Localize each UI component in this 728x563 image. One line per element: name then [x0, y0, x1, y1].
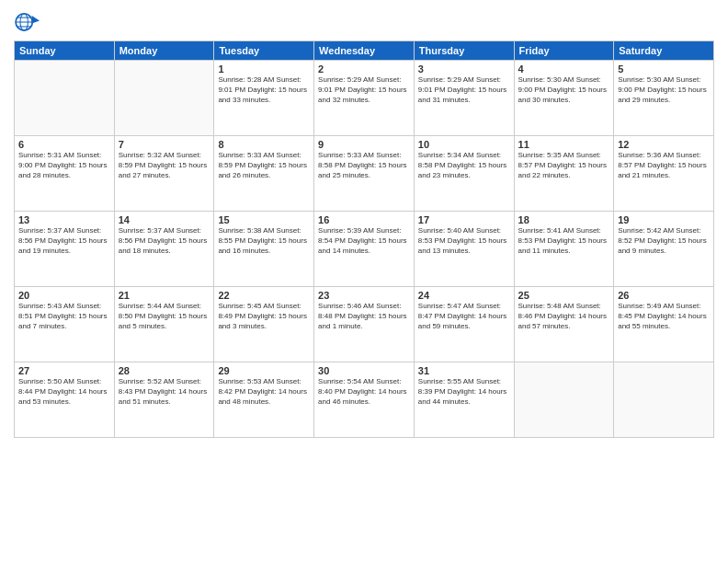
- calendar-week-5: 27Sunrise: 5:50 AM Sunset: 8:44 PM Dayli…: [15, 362, 714, 438]
- day-header-wednesday: Wednesday: [314, 41, 415, 61]
- day-header-saturday: Saturday: [614, 41, 714, 61]
- calendar-cell: 17Sunrise: 5:40 AM Sunset: 8:53 PM Dayli…: [414, 212, 514, 287]
- cell-info: Sunrise: 5:34 AM Sunset: 8:58 PM Dayligh…: [418, 151, 510, 180]
- calendar-cell: 14Sunrise: 5:37 AM Sunset: 8:56 PM Dayli…: [114, 212, 214, 287]
- day-header-sunday: Sunday: [15, 41, 115, 61]
- calendar-cell: [114, 61, 214, 136]
- cell-info: Sunrise: 5:38 AM Sunset: 8:55 PM Dayligh…: [218, 226, 310, 256]
- cell-info: Sunrise: 5:54 AM Sunset: 8:40 PM Dayligh…: [318, 377, 410, 407]
- day-number: 17: [418, 214, 510, 225]
- calendar-cell: [514, 362, 614, 438]
- cell-info: Sunrise: 5:32 AM Sunset: 8:59 PM Dayligh…: [119, 151, 210, 180]
- cell-info: Sunrise: 5:47 AM Sunset: 8:47 PM Dayligh…: [418, 302, 510, 331]
- cell-info: Sunrise: 5:30 AM Sunset: 9:00 PM Dayligh…: [618, 75, 710, 105]
- day-number: 22: [218, 290, 310, 301]
- day-number: 7: [119, 139, 210, 150]
- cell-info: Sunrise: 5:49 AM Sunset: 8:45 PM Dayligh…: [618, 302, 710, 331]
- calendar-cell: 18Sunrise: 5:41 AM Sunset: 8:53 PM Dayli…: [514, 212, 614, 287]
- calendar-cell: 23Sunrise: 5:46 AM Sunset: 8:48 PM Dayli…: [314, 287, 415, 362]
- day-number: 14: [119, 214, 210, 225]
- cell-info: Sunrise: 5:53 AM Sunset: 8:42 PM Dayligh…: [218, 377, 310, 407]
- day-number: 13: [18, 214, 110, 225]
- day-header-monday: Monday: [114, 41, 214, 61]
- cell-info: Sunrise: 5:29 AM Sunset: 9:01 PM Dayligh…: [418, 75, 510, 105]
- cell-info: Sunrise: 5:50 AM Sunset: 8:44 PM Dayligh…: [18, 377, 110, 407]
- calendar-cell: 2Sunrise: 5:29 AM Sunset: 9:01 PM Daylig…: [314, 61, 415, 136]
- day-number: 2: [318, 63, 410, 75]
- calendar-week-2: 6Sunrise: 5:31 AM Sunset: 9:00 PM Daylig…: [15, 136, 714, 212]
- day-number: 5: [618, 63, 710, 75]
- day-header-tuesday: Tuesday: [214, 41, 314, 61]
- cell-info: Sunrise: 5:33 AM Sunset: 8:58 PM Dayligh…: [318, 151, 410, 180]
- calendar-header-row: SundayMondayTuesdayWednesdayThursdayFrid…: [15, 41, 714, 61]
- calendar-table: SundayMondayTuesdayWednesdayThursdayFrid…: [14, 40, 714, 438]
- day-number: 6: [18, 139, 110, 150]
- calendar-cell: 7Sunrise: 5:32 AM Sunset: 8:59 PM Daylig…: [114, 136, 214, 212]
- calendar-cell: 13Sunrise: 5:37 AM Sunset: 8:56 PM Dayli…: [15, 212, 115, 287]
- calendar-cell: 22Sunrise: 5:45 AM Sunset: 8:49 PM Dayli…: [214, 287, 314, 362]
- calendar-cell: 24Sunrise: 5:47 AM Sunset: 8:47 PM Dayli…: [414, 287, 514, 362]
- page: SundayMondayTuesdayWednesdayThursdayFrid…: [0, 0, 728, 563]
- cell-info: Sunrise: 5:37 AM Sunset: 8:56 PM Dayligh…: [18, 226, 110, 256]
- cell-info: Sunrise: 5:40 AM Sunset: 8:53 PM Dayligh…: [418, 226, 510, 256]
- logo: [14, 9, 41, 35]
- day-number: 8: [218, 139, 310, 150]
- day-number: 11: [518, 139, 610, 150]
- day-number: 20: [18, 290, 110, 301]
- calendar-cell: 15Sunrise: 5:38 AM Sunset: 8:55 PM Dayli…: [214, 212, 314, 287]
- day-number: 24: [418, 290, 510, 301]
- calendar-cell: 26Sunrise: 5:49 AM Sunset: 8:45 PM Dayli…: [614, 287, 714, 362]
- header: [14, 9, 714, 35]
- calendar-week-1: 1Sunrise: 5:28 AM Sunset: 9:01 PM Daylig…: [15, 61, 714, 136]
- calendar-cell: 30Sunrise: 5:54 AM Sunset: 8:40 PM Dayli…: [314, 362, 415, 438]
- calendar-cell: [614, 362, 714, 438]
- day-number: 1: [218, 63, 310, 75]
- cell-info: Sunrise: 5:36 AM Sunset: 8:57 PM Dayligh…: [618, 151, 710, 180]
- calendar-cell: 9Sunrise: 5:33 AM Sunset: 8:58 PM Daylig…: [314, 136, 415, 212]
- day-number: 9: [318, 139, 410, 150]
- calendar-cell: 19Sunrise: 5:42 AM Sunset: 8:52 PM Dayli…: [614, 212, 714, 287]
- day-number: 25: [518, 290, 610, 301]
- calendar-cell: 8Sunrise: 5:33 AM Sunset: 8:59 PM Daylig…: [214, 136, 314, 212]
- calendar-cell: 21Sunrise: 5:44 AM Sunset: 8:50 PM Dayli…: [114, 287, 214, 362]
- cell-info: Sunrise: 5:39 AM Sunset: 8:54 PM Dayligh…: [318, 226, 410, 256]
- day-header-thursday: Thursday: [414, 41, 514, 61]
- cell-info: Sunrise: 5:45 AM Sunset: 8:49 PM Dayligh…: [218, 302, 310, 331]
- cell-info: Sunrise: 5:31 AM Sunset: 9:00 PM Dayligh…: [18, 151, 110, 180]
- calendar-cell: 10Sunrise: 5:34 AM Sunset: 8:58 PM Dayli…: [414, 136, 514, 212]
- cell-info: Sunrise: 5:44 AM Sunset: 8:50 PM Dayligh…: [119, 302, 210, 331]
- cell-info: Sunrise: 5:33 AM Sunset: 8:59 PM Dayligh…: [218, 151, 310, 180]
- calendar-cell: 16Sunrise: 5:39 AM Sunset: 8:54 PM Dayli…: [314, 212, 415, 287]
- cell-info: Sunrise: 5:46 AM Sunset: 8:48 PM Dayligh…: [318, 302, 410, 331]
- calendar-cell: 11Sunrise: 5:35 AM Sunset: 8:57 PM Dayli…: [514, 136, 614, 212]
- cell-info: Sunrise: 5:28 AM Sunset: 9:01 PM Dayligh…: [218, 75, 310, 105]
- calendar-cell: 25Sunrise: 5:48 AM Sunset: 8:46 PM Dayli…: [514, 287, 614, 362]
- calendar-cell: 3Sunrise: 5:29 AM Sunset: 9:01 PM Daylig…: [414, 61, 514, 136]
- day-number: 28: [119, 365, 210, 376]
- calendar-cell: [15, 61, 115, 136]
- calendar-cell: 27Sunrise: 5:50 AM Sunset: 8:44 PM Dayli…: [15, 362, 115, 438]
- logo-icon: [14, 9, 40, 35]
- cell-info: Sunrise: 5:29 AM Sunset: 9:01 PM Dayligh…: [318, 75, 410, 105]
- cell-info: Sunrise: 5:41 AM Sunset: 8:53 PM Dayligh…: [518, 226, 610, 256]
- day-number: 18: [518, 214, 610, 225]
- day-number: 10: [418, 139, 510, 150]
- calendar-cell: 29Sunrise: 5:53 AM Sunset: 8:42 PM Dayli…: [214, 362, 314, 438]
- day-number: 23: [318, 290, 410, 301]
- calendar-week-3: 13Sunrise: 5:37 AM Sunset: 8:56 PM Dayli…: [15, 212, 714, 287]
- calendar-cell: 12Sunrise: 5:36 AM Sunset: 8:57 PM Dayli…: [614, 136, 714, 212]
- day-number: 31: [418, 365, 510, 376]
- calendar-cell: 4Sunrise: 5:30 AM Sunset: 9:00 PM Daylig…: [514, 61, 614, 136]
- day-number: 3: [418, 63, 510, 75]
- day-number: 16: [318, 214, 410, 225]
- calendar-week-4: 20Sunrise: 5:43 AM Sunset: 8:51 PM Dayli…: [15, 287, 714, 362]
- cell-info: Sunrise: 5:48 AM Sunset: 8:46 PM Dayligh…: [518, 302, 610, 331]
- cell-info: Sunrise: 5:37 AM Sunset: 8:56 PM Dayligh…: [119, 226, 210, 256]
- day-number: 21: [119, 290, 210, 301]
- day-number: 26: [618, 290, 710, 301]
- cell-info: Sunrise: 5:35 AM Sunset: 8:57 PM Dayligh…: [518, 151, 610, 180]
- day-header-friday: Friday: [514, 41, 614, 61]
- cell-info: Sunrise: 5:42 AM Sunset: 8:52 PM Dayligh…: [618, 226, 710, 256]
- cell-info: Sunrise: 5:52 AM Sunset: 8:43 PM Dayligh…: [119, 377, 210, 407]
- cell-info: Sunrise: 5:43 AM Sunset: 8:51 PM Dayligh…: [18, 302, 110, 331]
